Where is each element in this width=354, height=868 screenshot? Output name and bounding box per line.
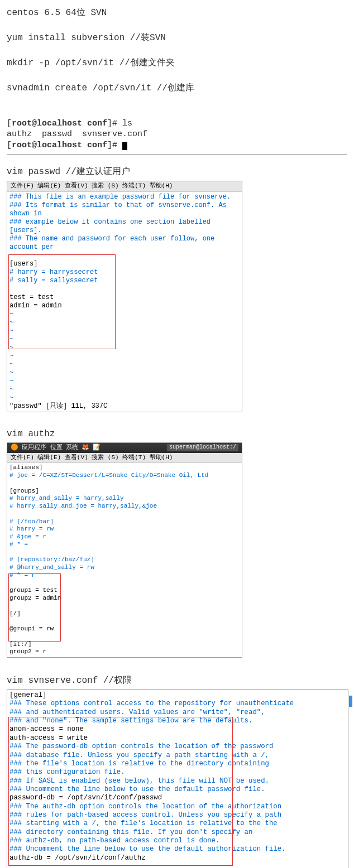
code-line: ~ (9, 377, 241, 385)
cmd-install: yum install subversion //装SVN (7, 32, 347, 44)
code-line: # * = (9, 541, 241, 549)
code-line: group2 = r (9, 648, 241, 656)
cmd-mkdir: mkdir -p /opt/svn/it //创建文件夹 (7, 57, 347, 69)
passwd-title: vim passwd //建立认证用户 (7, 166, 347, 177)
passwd-screenshot: 文件(F) 编辑(E) 查看(V) 搜索 (S) 终端(T) 帮助(H) ###… (7, 181, 242, 412)
terminal-ls-output: [root@localhost conf]# ls authz passwd s… (7, 107, 347, 151)
passwd-highlight-box (8, 254, 116, 349)
code-line: "passwd" [只读] 11L, 337C (9, 402, 241, 411)
code-line (9, 549, 241, 557)
authz-content: [aliases]# joe = /C=XZ/ST=Dessert/L=Snak… (7, 463, 242, 657)
heading-line: centos 6.5 64位 SVN (7, 7, 347, 18)
svnserve-title: vim svnserve.conf //权限 (7, 674, 347, 686)
separator (7, 154, 347, 155)
passwd-menubar[interactable]: 文件(F) 编辑(E) 查看(V) 搜索 (S) 终端(T) 帮助(H) (7, 181, 242, 192)
code-line: # [repository:/baz/fuz] (9, 556, 241, 564)
code-line: ### The name and password for each user … (9, 235, 241, 252)
code-line: ### This file is an example password fil… (9, 193, 241, 201)
scrollbar-stub[interactable] (349, 696, 352, 707)
code-line: # harry = rw (9, 525, 241, 533)
code-line: ~ (9, 385, 241, 394)
code-line: # harry_sally_and_joe = harry,sally,&joe (9, 503, 241, 510)
code-line (9, 480, 241, 488)
code-line: # &joe = r (9, 533, 241, 541)
authz-screenshot: 🟠 应用程序 位置 系统 🦊 📝 superman@localhost:/ 文件… (7, 442, 242, 658)
topbar-host-tag: superman@localhost:/ (167, 444, 238, 451)
code-line: [it:/] (9, 641, 241, 649)
authz-highlight-box (8, 573, 61, 642)
svnserve-content: [general]### These options control acces… (7, 690, 348, 868)
code-line: ~ (9, 394, 241, 402)
code-line: # [/foo/bar] (9, 518, 241, 526)
svnserve-screenshot: [general]### These options control acces… (7, 689, 348, 868)
code-line: # @harry_and_sally = rw (9, 564, 241, 572)
code-line: ### These options control access to the … (9, 700, 347, 708)
passwd-content: ### This file is an example password fil… (7, 192, 242, 412)
topbar-text: 应用程序 位置 系统 (22, 444, 78, 452)
authz-title: vim authz (7, 429, 347, 439)
apps-icon: 🟠 (11, 444, 18, 452)
code-line: ### Its format is similar to that of svn… (9, 201, 241, 218)
code-line: ~ (9, 352, 241, 360)
code-line: # joe = /C=XZ/ST=Dessert/L=Snake City/O=… (9, 472, 241, 480)
code-line: ~ (9, 369, 241, 377)
cmd-svnadmin: svnadmin create /opt/svn/it //创建库 (7, 82, 347, 94)
code-line: ~ (9, 360, 241, 369)
svnserve-highlight-box (8, 717, 233, 866)
code-line: # harry_and_sally = harry,sally (9, 495, 241, 503)
code-line: ### example below it contains one sectio… (9, 218, 241, 235)
firefox-icon[interactable]: 🦊 (82, 444, 89, 452)
code-line: [groups] (9, 488, 241, 495)
code-line: ### and authenticated users. Valid value… (9, 708, 347, 717)
note-icon[interactable]: 📝 (93, 444, 101, 452)
code-line (9, 510, 241, 518)
code-line: [aliases] (9, 464, 241, 472)
terminal-cursor (122, 142, 127, 150)
authz-topbar[interactable]: 🟠 应用程序 位置 系统 🦊 📝 superman@localhost:/ (7, 443, 242, 453)
code-line: [general] (9, 691, 347, 700)
authz-menubar[interactable]: 文件(F) 编辑(E) 查看(V) 搜索 (S) 终端(T) 帮助(H) (7, 453, 242, 464)
